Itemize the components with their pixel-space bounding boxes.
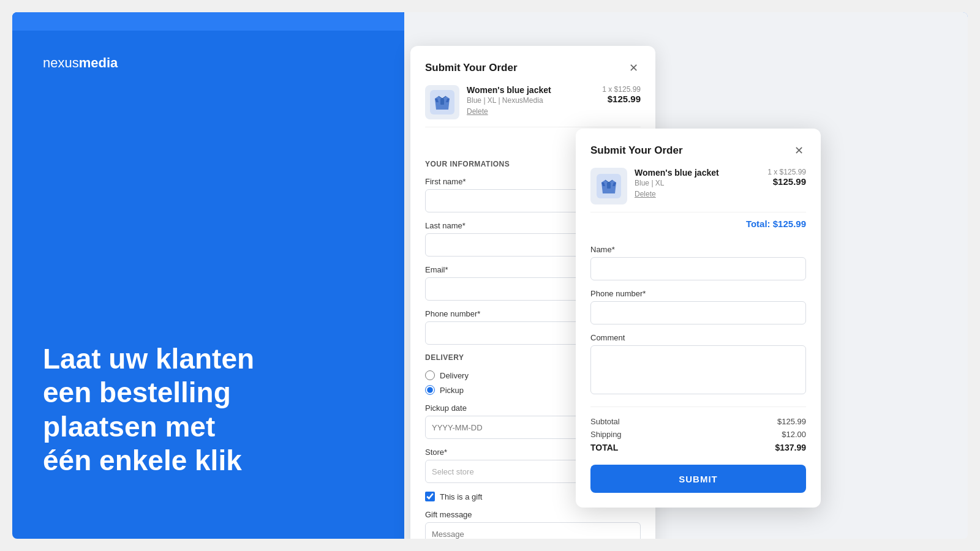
product-meta-front: Blue | XL [635,179,760,187]
total-summary-row: TOTAL $137.99 [590,443,806,452]
right-panel: Submit Your Order ✕ Women's blue jacket [404,12,968,539]
jacket-icon-back [430,90,454,114]
gift-message-label: Gift message [425,510,641,519]
hero-text: Laat uw klanteneen bestellingplaatsen me… [43,342,374,478]
modal-back-header: Submit Your Order ✕ [425,61,641,75]
product-image-back [425,85,459,119]
product-price-front: 1 x $125.99 $125.99 [767,168,806,187]
comment-label-front: Comment [590,333,806,342]
brand-logo: nexusmedia [43,55,374,71]
modal-front-title: Submit Your Order [590,144,683,157]
comment-group-front: Comment [590,333,806,397]
phone-input-front[interactable] [590,301,806,324]
shipping-value: $12.00 [782,430,806,439]
submit-button[interactable]: SUBMIT [590,465,806,493]
delivery-radio[interactable] [425,370,435,380]
product-name-back: Women's blue jacket [467,85,595,95]
app-wrapper: nexusmedia Laat uw klanteneen bestelling… [12,12,968,539]
qty-price-front: 1 x $125.99 [767,168,806,176]
gift-label: This is a gift [440,492,482,501]
modal-back-title: Submit Your Order [425,62,518,74]
product-image-front [590,168,627,204]
gift-message-input[interactable] [425,522,641,539]
jacket-icon-front [597,174,621,198]
price-main-front: $125.99 [767,176,806,187]
modal-front-product-row: Women's blue jacket Blue | XL Delete 1 x… [590,168,806,204]
phone-group-front: Phone number* [590,289,806,324]
modal-back-product-row: Women's blue jacket Blue | XL | NexusMed… [425,85,641,119]
svg-rect-1 [440,99,444,105]
product-name-front: Women's blue jacket [635,168,760,178]
modal-front: Submit Your Order ✕ Women's blue jacket [576,129,821,508]
total-value-summary: $137.99 [775,443,806,452]
svg-rect-3 [607,182,611,189]
name-input-front[interactable] [590,257,806,280]
product-info-front: Women's blue jacket Blue | XL Delete [635,168,760,198]
name-group-front: Name* [590,245,806,280]
summary-divider [590,407,806,407]
total-label-summary: TOTAL [590,443,618,452]
gift-message-group: Gift message [425,510,641,539]
modal-front-header: Submit Your Order ✕ [590,143,806,158]
product-price-back: 1 x $125.99 $125.99 [602,85,641,104]
left-panel: nexusmedia Laat uw klanteneen bestelling… [12,12,404,539]
shipping-label: Shipping [590,430,622,439]
product-meta-back: Blue | XL | NexusMedia [467,96,595,105]
price-main-back: $125.99 [602,94,641,104]
subtotal-label: Subtotal [590,417,620,426]
subtotal-row: Subtotal $125.99 [590,417,806,426]
modal-front-close-button[interactable]: ✕ [791,143,806,158]
name-label-front: Name* [590,245,806,254]
product-info-back: Women's blue jacket Blue | XL | NexusMed… [467,85,595,116]
pickup-radio[interactable] [425,385,435,395]
shipping-row: Shipping $12.00 [590,430,806,439]
comment-textarea-front[interactable] [590,345,806,394]
qty-price-back: 1 x $125.99 [602,85,641,94]
product-delete-front[interactable]: Delete [635,190,760,198]
phone-label-front: Phone number* [590,289,806,298]
product-delete-back[interactable]: Delete [467,107,595,116]
gift-checkbox[interactable] [425,492,435,501]
total-row-front: Total: $125.99 [590,212,806,235]
subtotal-value: $125.99 [777,417,806,426]
modal-back-close-button[interactable]: ✕ [626,61,641,75]
